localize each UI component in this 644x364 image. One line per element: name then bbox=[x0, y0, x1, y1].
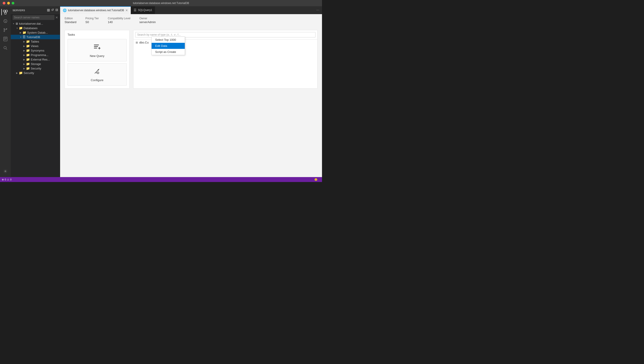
tree-arrow-server[interactable]: ▾ bbox=[12, 22, 15, 25]
minimize-button[interactable] bbox=[7, 2, 10, 4]
tab-db-close[interactable]: ✕ bbox=[125, 9, 128, 12]
tree-arrow-databases[interactable]: ▾ bbox=[15, 26, 19, 30]
folder-icon-security-db: 📁 bbox=[26, 66, 30, 70]
edition-label: Edition bbox=[65, 17, 77, 20]
git-icon[interactable] bbox=[1, 26, 10, 34]
folder-icon-tables: 📁 bbox=[26, 40, 30, 43]
sidebar-header: SERVERS ⊞ ↺ ⊟ bbox=[11, 6, 60, 14]
table-icon: ⊞ bbox=[136, 41, 138, 44]
tree-arrow-views[interactable]: ▶ bbox=[23, 44, 26, 48]
tree-label-programmability: Programma... bbox=[31, 53, 49, 57]
tree-item-views[interactable]: ▶ 📁 Views bbox=[11, 44, 60, 48]
warning-icon: ⚠ bbox=[7, 178, 9, 181]
titlebar-title: tutorialserver.database.windows.net:Tuto… bbox=[133, 2, 189, 5]
folder-icon-programmability: 📁 bbox=[26, 53, 30, 57]
tab-db-label: tutorialserver.database.windows.net:Tuto… bbox=[68, 9, 124, 12]
tree-item-security[interactable]: ▶ 📁 Security bbox=[11, 70, 60, 75]
tree-item-storage[interactable]: ▶ 📁 Storage bbox=[11, 62, 60, 66]
new-query-icon bbox=[93, 43, 101, 52]
status-smiley[interactable]: 😊 bbox=[314, 178, 318, 181]
svg-point-11 bbox=[97, 72, 99, 74]
svg-point-3 bbox=[4, 28, 5, 29]
settings-gear-icon[interactable] bbox=[1, 167, 10, 175]
file-icon[interactable] bbox=[1, 35, 10, 43]
tree-item-system-db[interactable]: ▶ 📁 System Datab... bbox=[11, 30, 60, 35]
task-cards: New Query bbox=[68, 39, 127, 86]
titlebar: tutorialserver.database.windows.net:Tuto… bbox=[0, 0, 322, 6]
folder-icon-external-res: 📁 bbox=[26, 58, 30, 61]
content-area: Edition Standard Pricing Tier S0 Compati… bbox=[60, 14, 322, 177]
tree-label-databases: Databases bbox=[24, 26, 38, 30]
tree-arrow-synonyms[interactable]: ▶ bbox=[23, 49, 26, 52]
tree-label-server: tutorialserver.dat... bbox=[19, 22, 43, 25]
tree-arrow-system-db[interactable]: ▶ bbox=[19, 31, 23, 34]
tab-bar: 🌐 tutorialserver.database.windows.net:Tu… bbox=[60, 6, 322, 14]
svg-rect-1 bbox=[6, 10, 8, 12]
owner-label: Owner bbox=[140, 17, 156, 20]
search-clear-icon[interactable]: ✕ bbox=[55, 16, 58, 19]
sidebar-icon-collapse[interactable]: ⊟ bbox=[55, 8, 58, 12]
query-icon: ☰ bbox=[134, 8, 137, 12]
svg-rect-2 bbox=[5, 12, 6, 14]
tree-label-security-db: Security bbox=[31, 67, 41, 70]
tree-arrow-storage[interactable]: ▶ bbox=[23, 62, 26, 66]
main-content: 🌐 tutorialserver.database.windows.net:Tu… bbox=[60, 6, 322, 177]
svg-point-7 bbox=[4, 46, 6, 49]
tree-arrow-external-res[interactable]: ▶ bbox=[23, 58, 26, 61]
folder-icon-security: 📁 bbox=[19, 71, 23, 75]
context-menu-select-top-1000[interactable]: Select Top 1000 bbox=[152, 37, 185, 43]
tree-item-external-res[interactable]: ▶ 📁 External Res... bbox=[11, 57, 60, 62]
sidebar-icon-refresh[interactable]: ↺ bbox=[51, 8, 54, 12]
tree-label-storage: Storage bbox=[31, 62, 41, 66]
history-icon[interactable] bbox=[1, 17, 10, 25]
db-info-header: Edition Standard Pricing Tier S0 Compati… bbox=[60, 14, 322, 26]
tab-query-label: SQLQuery1 bbox=[138, 8, 152, 12]
search-server-input[interactable] bbox=[13, 15, 55, 20]
warning-count: 0 bbox=[10, 178, 12, 181]
tree-label-external-res: External Res... bbox=[31, 58, 50, 61]
maximize-button[interactable] bbox=[12, 2, 14, 4]
sidebar-search: ✕ bbox=[11, 14, 60, 21]
tree-item-security-db[interactable]: ▶ 📁 Security bbox=[11, 66, 60, 70]
tab-more-button[interactable]: ··· bbox=[314, 8, 322, 12]
traffic-lights bbox=[3, 2, 14, 4]
tab-query[interactable]: ☰ SQLQuery1 bbox=[131, 6, 155, 14]
pricing-label: Pricing Tier bbox=[86, 17, 99, 20]
tree-label-tables: Tables bbox=[31, 40, 39, 43]
status-errors: ⊗ 0 ⚠ 0 bbox=[2, 178, 12, 181]
tasks-panel-title: Tasks bbox=[68, 33, 127, 36]
tree-item-tutorialdb[interactable]: ▾ 🗄 TutorialDB bbox=[11, 35, 60, 39]
configure-icon bbox=[93, 67, 101, 77]
tasks-panel: Tasks New bbox=[65, 30, 130, 88]
tree-label-tutorialdb: TutorialDB bbox=[27, 36, 40, 39]
sidebar-icon-new-connection[interactable]: ⊞ bbox=[47, 8, 50, 12]
tree-arrow-security[interactable]: ▶ bbox=[15, 71, 19, 75]
smiley-icon: 😊 bbox=[314, 178, 318, 181]
tree-item-synonyms[interactable]: ▶ 📁 Synonyms bbox=[11, 48, 60, 53]
tree-item-tables[interactable]: ▶ 📁 Tables bbox=[11, 39, 60, 44]
globe-icon: 🌐 bbox=[63, 8, 67, 12]
search-magnify-icon[interactable] bbox=[1, 44, 10, 52]
context-menu-edit-data[interactable]: Edit Data bbox=[152, 43, 185, 49]
tree-item-programmability[interactable]: ▶ 📁 Programma... bbox=[11, 53, 60, 57]
close-button[interactable] bbox=[3, 2, 6, 4]
tree-arrow-tutorialdb[interactable]: ▾ bbox=[19, 35, 23, 39]
svg-rect-6 bbox=[4, 37, 7, 41]
activity-bar bbox=[0, 6, 11, 177]
connections-icon[interactable] bbox=[1, 8, 10, 16]
context-menu-script-as-create[interactable]: Script as Create bbox=[152, 49, 185, 55]
svg-rect-10 bbox=[94, 48, 97, 48]
tree-item-server[interactable]: ▾ 🖥 tutorialserver.dat... bbox=[11, 21, 60, 26]
new-query-card[interactable]: New Query bbox=[68, 39, 127, 62]
db-pricing-info: Pricing Tier S0 bbox=[86, 17, 99, 24]
owner-value: serverAdmin bbox=[140, 20, 156, 24]
tab-db[interactable]: 🌐 tutorialserver.database.windows.net:Tu… bbox=[60, 6, 131, 14]
tree-arrow-tables[interactable]: ▶ bbox=[23, 40, 26, 43]
tree-arrow-programmability[interactable]: ▶ bbox=[23, 53, 26, 57]
tree-label-system-db: System Datab... bbox=[27, 31, 48, 34]
server-tree: ▾ 🖥 tutorialserver.dat... ▾ 📁 Databases … bbox=[11, 21, 60, 177]
tree-item-databases[interactable]: ▾ 📁 Databases bbox=[11, 26, 60, 30]
configure-card[interactable]: Configure bbox=[68, 63, 127, 86]
sidebar-title: SERVERS bbox=[13, 9, 25, 12]
tree-arrow-security-db[interactable]: ▶ bbox=[23, 66, 26, 70]
